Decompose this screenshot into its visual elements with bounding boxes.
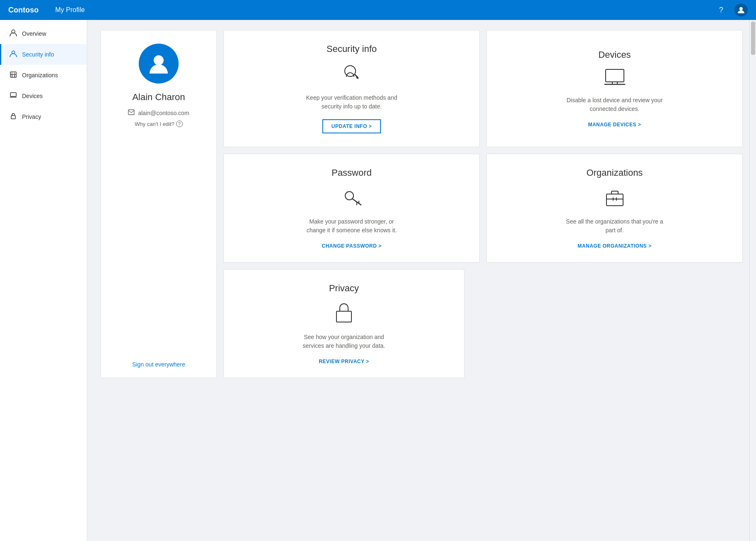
privacy-card-title: Privacy xyxy=(329,283,359,294)
update-info-button[interactable]: UPDATE INFO > xyxy=(322,119,381,133)
laptop-icon xyxy=(10,91,17,101)
cards-row: Alain Charon alain@contoso.com Why can't… xyxy=(101,30,743,378)
review-privacy-link[interactable]: REVIEW PRIVACY > xyxy=(319,359,369,364)
brand-logo: Contoso xyxy=(8,6,39,15)
avatar[interactable] xyxy=(734,3,748,17)
topbar: Contoso My Profile ? xyxy=(0,0,756,20)
manage-devices-link[interactable]: MANAGE DEVICES > xyxy=(588,122,641,128)
svg-rect-13 xyxy=(128,110,134,115)
svg-rect-25 xyxy=(606,194,623,206)
topbar-actions: ? xyxy=(714,3,748,17)
profile-card: Alain Charon alain@contoso.com Why can't… xyxy=(101,30,217,378)
profile-edit-question: Why can't I edit? ? xyxy=(135,120,183,127)
security-info-card-title: Security info xyxy=(326,44,377,54)
shield-person-icon xyxy=(10,50,17,59)
devices-card-desc: Disable a lost device and review your co… xyxy=(565,96,665,113)
organizations-card-title: Organizations xyxy=(587,167,643,178)
privacy-card: Privacy See how your organization and se… xyxy=(223,269,464,378)
building-icon xyxy=(10,71,17,80)
svg-rect-17 xyxy=(606,69,624,82)
edit-question-label: Why can't I edit? xyxy=(135,121,174,127)
page-title: My Profile xyxy=(55,6,85,14)
change-password-link[interactable]: CHANGE PASSWORD > xyxy=(322,243,382,249)
privacy-card-icon xyxy=(335,302,353,326)
person-icon xyxy=(10,29,17,38)
info-row-1: Security info Keep your verifi xyxy=(223,30,743,147)
password-card: Password Make your password stronger, or… xyxy=(223,154,480,263)
info-row-2: Password Make your password stronger, or… xyxy=(223,154,743,263)
manage-organizations-link[interactable]: MANAGE ORGANIZATIONS > xyxy=(578,243,652,249)
devices-card-icon xyxy=(604,69,626,89)
svg-rect-11 xyxy=(11,116,15,119)
lock-icon xyxy=(10,112,17,121)
password-card-desc: Make your password stronger, or change i… xyxy=(302,217,402,235)
profile-email-value: alain@contoso.com xyxy=(138,110,189,116)
scrollbar[interactable] xyxy=(749,20,756,541)
sidebar: Overview Security info xyxy=(0,20,87,541)
info-row-3: Privacy See how your organization and se… xyxy=(223,269,743,378)
sidebar-item-security-info[interactable]: Security info xyxy=(0,44,87,65)
security-info-card: Security info Keep your verifi xyxy=(223,30,480,147)
app-layout: Overview Security info xyxy=(0,20,756,541)
security-info-card-desc: Keep your verification methods and secur… xyxy=(302,93,402,111)
profile-email-row: alain@contoso.com xyxy=(128,109,189,116)
info-grid: Security info Keep your verifi xyxy=(223,30,743,378)
sidebar-item-privacy[interactable]: Privacy xyxy=(0,106,87,127)
devices-card: Devices Disable a lost device and review… xyxy=(486,30,743,147)
organizations-card: Organizations See all the orga xyxy=(486,154,743,263)
svg-rect-9 xyxy=(10,93,16,96)
svg-rect-29 xyxy=(336,311,351,322)
svg-point-12 xyxy=(154,55,164,65)
sidebar-item-devices-label: Devices xyxy=(22,93,43,99)
sidebar-item-overview[interactable]: Overview xyxy=(0,23,87,44)
sidebar-item-devices[interactable]: Devices xyxy=(0,86,87,106)
profile-avatar xyxy=(139,44,179,84)
email-icon xyxy=(128,109,135,116)
security-info-card-icon xyxy=(341,63,363,87)
scrollbar-thumb[interactable] xyxy=(751,22,755,55)
sidebar-item-overview-label: Overview xyxy=(22,30,46,37)
sidebar-item-organizations[interactable]: Organizations xyxy=(0,65,87,86)
sidebar-item-organizations-label: Organizations xyxy=(22,72,58,79)
sidebar-item-privacy-label: Privacy xyxy=(22,113,41,120)
svg-point-21 xyxy=(345,192,353,200)
privacy-row-spacer xyxy=(471,269,743,378)
main-content: Alain Charon alain@contoso.com Why can't… xyxy=(87,20,756,541)
sidebar-item-security-info-label: Security info xyxy=(22,51,54,58)
svg-point-0 xyxy=(739,7,743,10)
devices-card-title: Devices xyxy=(598,49,631,60)
password-card-icon xyxy=(341,187,363,211)
sign-out-link[interactable]: Sign out everywhere xyxy=(132,361,185,368)
help-icon[interactable]: ? xyxy=(714,3,728,17)
password-card-title: Password xyxy=(331,167,372,178)
organizations-card-icon xyxy=(604,187,626,211)
help-circle-icon[interactable]: ? xyxy=(176,120,183,127)
privacy-card-desc: See how your organization and services a… xyxy=(294,333,394,350)
organizations-card-desc: See all the organizations that you're a … xyxy=(565,217,665,235)
profile-name: Alain Charon xyxy=(132,92,185,103)
